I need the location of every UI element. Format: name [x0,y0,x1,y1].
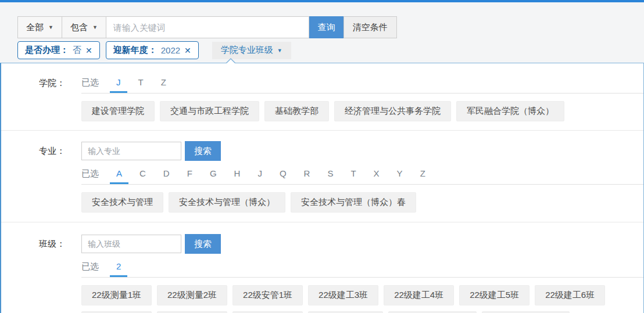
option-chip[interactable]: 22级测量1班 [81,285,152,305]
college-letter-tabs: 已选JTZ [81,77,643,93]
close-icon[interactable]: ✕ [184,46,191,55]
scope-dropdown-label: 全部 [26,22,44,33]
tab-D[interactable]: D [157,168,176,184]
scope-dropdown[interactable]: 全部 ▼ [17,16,62,38]
tab-C[interactable]: C [133,168,152,184]
option-chip[interactable]: 22级建工3班 [308,285,378,305]
tab-J[interactable]: J [251,168,269,184]
cascade-filter-panel: 学院： 已选JTZ 建设管理学院交通与市政工程学院基础教学部经济管理与公共事务学… [0,63,644,313]
tab-已选[interactable]: 已选 [81,168,105,184]
option-chip[interactable]: 军民融合学院（博众） [456,101,564,121]
tab-Z[interactable]: Z [414,168,432,184]
class-letter-tabs: 已选2 [81,261,643,278]
major-search-input[interactable] [81,142,181,160]
class-section-label: 班级： [1,234,65,313]
tab-A[interactable]: A [110,168,128,184]
close-icon[interactable]: ✕ [85,46,92,55]
option-chip[interactable]: 经济管理与公共事务学院 [334,101,451,121]
clear-conditions-button[interactable]: 清空条件 [344,16,397,38]
option-chip[interactable]: 22级建工6班 [535,285,605,305]
tab-Q[interactable]: Q [273,168,293,184]
filter-tag-label: 迎新年度： [113,45,157,56]
tab-已选[interactable]: 已选 [81,77,105,93]
class-section: 班级： 搜索 已选2 22级测量1班22级测量2班22级安管1班22级建工3班2… [1,222,643,313]
tab-F[interactable]: F [181,168,199,184]
tab-G[interactable]: G [203,168,223,184]
option-chip[interactable]: 安全技术与管理（博众） [169,192,285,213]
college-section: 学院： 已选JTZ 建设管理学院交通与市政工程学院基础教学部经济管理与公共事务学… [1,63,643,131]
tab-H[interactable]: H [228,168,247,184]
query-button[interactable]: 查询 [309,16,344,38]
option-chip[interactable]: 22级建工5班 [459,285,529,305]
tab-S[interactable]: S [321,168,339,184]
option-chip[interactable]: 交通与市政工程学院 [160,101,259,121]
tab-T[interactable]: T [132,77,150,93]
option-chip[interactable]: 22级建工4班 [384,285,454,305]
match-dropdown-label: 包含 [70,22,88,33]
option-chip[interactable]: 建设管理学院 [81,101,155,121]
major-section: 专业： 搜索 已选ACDFGHJQRSTXYZ 安全技术与管理安全技术与管理（博… [1,131,643,222]
filter-tags-row: 是否办理： 否 ✕ 迎新年度： 2022 ✕ 学院专业班级 ▼ [17,41,644,59]
cascade-dropdown-label: 学院专业班级 [221,45,273,56]
search-row: 全部 ▼ 包含 ▼ 查询 清空条件 [17,16,644,38]
class-search-input[interactable] [81,235,181,253]
option-chip[interactable]: 安全技术与管理（博众）春 [291,192,416,213]
major-options: 安全技术与管理安全技术与管理（博众）安全技术与管理（博众）春 [81,192,643,213]
tab-X[interactable]: X [367,168,386,184]
panel-notch [226,58,236,63]
filter-tag-value: 2022 [161,45,180,55]
option-chip[interactable]: 22级安管1班 [232,285,303,305]
filter-tag-label: 是否办理： [25,45,69,56]
tab-R[interactable]: R [298,168,317,184]
tab-2[interactable]: 2 [110,261,127,277]
option-chip[interactable]: 22级测量2班 [157,285,227,305]
college-major-class-dropdown[interactable]: 学院专业班级 ▼ [212,42,291,59]
filter-tag-value: 否 [73,45,81,56]
option-chip[interactable]: 基础教学部 [264,101,329,121]
chevron-down-icon: ▼ [48,24,53,30]
option-chip[interactable]: 安全技术与管理 [81,192,163,213]
college-section-label: 学院： [1,76,65,121]
major-search-button[interactable]: 搜索 [185,141,221,161]
tab-T[interactable]: T [344,168,362,184]
class-options: 22级测量1班22级测量2班22级安管1班22级建工3班22级建工4班22级建工… [81,285,643,313]
tab-Y[interactable]: Y [391,168,409,184]
filter-tag-handled[interactable]: 是否办理： 否 ✕ [17,41,100,59]
major-letter-tabs: 已选ACDFGHJQRSTXYZ [81,168,643,185]
tab-Z[interactable]: Z [155,77,173,93]
class-search-button[interactable]: 搜索 [185,234,221,254]
match-dropdown[interactable]: 包含 ▼ [62,16,106,38]
filter-tag-year[interactable]: 迎新年度： 2022 ✕ [106,41,199,59]
college-options: 建设管理学院交通与市政工程学院基础教学部经济管理与公共事务学院军民融合学院（博众… [81,101,643,121]
major-section-label: 专业： [1,141,65,213]
filter-toolbar: 全部 ▼ 包含 ▼ 查询 清空条件 是否办理： 否 ✕ 迎新年度： 2022 ✕… [0,2,644,63]
chevron-down-icon: ▼ [92,24,98,30]
keyword-input[interactable] [106,16,309,38]
chevron-down-icon: ▼ [277,48,282,53]
tab-已选[interactable]: 已选 [81,261,105,277]
tab-J[interactable]: J [110,77,127,93]
